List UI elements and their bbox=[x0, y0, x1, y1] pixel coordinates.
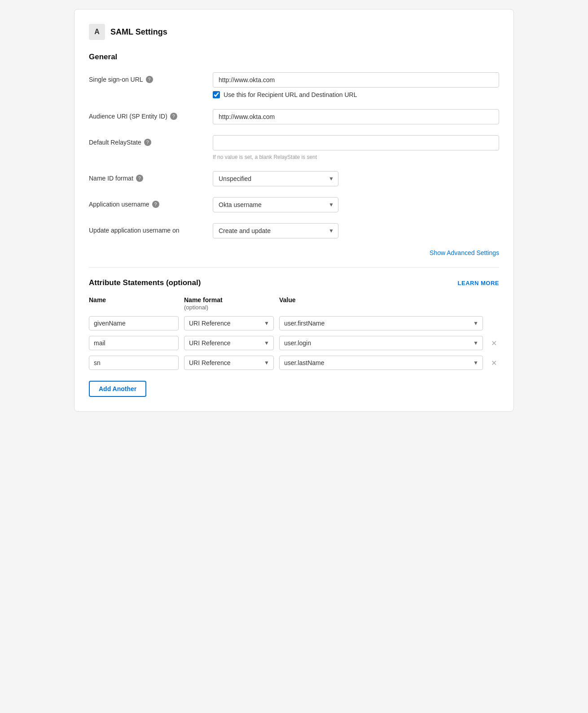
audience-uri-input[interactable] bbox=[213, 109, 499, 124]
name-id-format-select-wrapper: Unspecified EmailAddress Persistent Tran… bbox=[213, 171, 338, 186]
attr-name-input-3[interactable] bbox=[89, 356, 179, 370]
attr-value-select-3[interactable]: user.lastName user.firstName user.login … bbox=[279, 356, 483, 370]
name-id-format-field: Unspecified EmailAddress Persistent Tran… bbox=[213, 171, 499, 186]
sso-url-input[interactable] bbox=[213, 72, 499, 88]
attr-row-mail: URI Reference Basic Unspecified ▼ user.l… bbox=[89, 336, 499, 350]
attr-section-title: Attribute Statements (optional) bbox=[89, 278, 201, 287]
attr-value-column-header: Value bbox=[279, 296, 499, 311]
sso-url-help-icon[interactable]: ? bbox=[146, 76, 153, 83]
attr-format-select-wrapper-3: URI Reference Basic Unspecified ▼ bbox=[184, 356, 274, 370]
audience-uri-field bbox=[213, 109, 499, 124]
attr-delete-button-3[interactable]: ✕ bbox=[488, 357, 499, 368]
name-id-format-label: Name ID format ? bbox=[89, 171, 206, 182]
attr-format-select-wrapper-2: URI Reference Basic Unspecified ▼ bbox=[184, 336, 274, 350]
sso-url-field: Use this for Recipient URL and Destinati… bbox=[213, 72, 499, 98]
attr-format-select-3[interactable]: URI Reference Basic Unspecified bbox=[184, 356, 274, 370]
relay-state-help-icon[interactable]: ? bbox=[144, 139, 151, 146]
app-username-select[interactable]: Okta username Email Custom bbox=[213, 197, 338, 212]
attribute-statements-section: Attribute Statements (optional) LEARN MO… bbox=[89, 278, 499, 397]
name-id-format-row: Name ID format ? Unspecified EmailAddres… bbox=[89, 171, 499, 186]
attr-value-wrapper-3: user.lastName user.firstName user.login … bbox=[279, 356, 483, 370]
app-username-field: Okta username Email Custom ▼ bbox=[213, 197, 499, 212]
update-username-label: Update application username on bbox=[89, 223, 206, 234]
advanced-settings-link[interactable]: Show Advanced Settings bbox=[89, 249, 499, 256]
attr-row-given-name: URI Reference Basic Unspecified ▼ user.f… bbox=[89, 316, 499, 330]
attr-format-select-1[interactable]: URI Reference Basic Unspecified bbox=[184, 316, 274, 330]
attr-delete-button-2[interactable]: ✕ bbox=[488, 338, 499, 348]
audience-uri-help-icon[interactable]: ? bbox=[170, 113, 177, 120]
update-username-select[interactable]: Create and update Create only bbox=[213, 223, 338, 238]
card-title: SAML Settings bbox=[110, 27, 167, 37]
attr-format-select-2[interactable]: URI Reference Basic Unspecified bbox=[184, 336, 274, 350]
name-id-format-select[interactable]: Unspecified EmailAddress Persistent Tran… bbox=[213, 171, 338, 186]
saml-settings-card: A SAML Settings General Single sign-on U… bbox=[74, 9, 514, 412]
sso-url-row: Single sign-on URL ? Use this for Recipi… bbox=[89, 72, 499, 98]
general-section-title: General bbox=[89, 53, 499, 62]
relay-state-label: Default RelayState ? bbox=[89, 135, 206, 146]
sso-url-label: Single sign-on URL ? bbox=[89, 72, 206, 83]
recipient-url-checkbox[interactable] bbox=[213, 91, 220, 98]
attr-value-select-1[interactable]: user.firstName user.lastName user.login … bbox=[279, 316, 483, 330]
app-username-help-icon[interactable]: ? bbox=[152, 201, 159, 208]
attr-header: Attribute Statements (optional) LEARN MO… bbox=[89, 278, 499, 287]
relay-state-field: If no value is set, a blank RelayState i… bbox=[213, 135, 499, 160]
attr-value-wrapper-2: user.login user.firstName user.lastName … bbox=[279, 336, 483, 350]
audience-uri-row: Audience URI (SP Entity ID) ? bbox=[89, 109, 499, 124]
app-username-row: Application username ? Okta username Ema… bbox=[89, 197, 499, 212]
name-id-format-help-icon[interactable]: ? bbox=[136, 175, 143, 182]
attr-value-select-2[interactable]: user.login user.firstName user.lastName … bbox=[279, 336, 483, 350]
update-username-row: Update application username on Create an… bbox=[89, 223, 499, 238]
header-badge: A bbox=[89, 24, 105, 40]
recipient-url-checkbox-row: Use this for Recipient URL and Destinati… bbox=[213, 91, 499, 98]
attr-row-sn: URI Reference Basic Unspecified ▼ user.l… bbox=[89, 356, 499, 370]
card-header: A SAML Settings bbox=[89, 24, 499, 40]
attr-column-headers: Name Name format (optional) Value bbox=[89, 296, 499, 312]
attr-format-column-header: Name format (optional) bbox=[184, 296, 274, 311]
relay-state-input[interactable] bbox=[213, 135, 499, 150]
relay-state-hint: If no value is set, a blank RelayState i… bbox=[213, 154, 499, 160]
add-another-button[interactable]: Add Another bbox=[89, 381, 146, 397]
attr-name-input-1[interactable] bbox=[89, 316, 179, 330]
update-username-select-wrapper: Create and update Create only ▼ bbox=[213, 223, 338, 238]
update-username-field: Create and update Create only ▼ bbox=[213, 223, 499, 238]
attr-value-wrapper-1: user.firstName user.lastName user.login … bbox=[279, 316, 483, 330]
learn-more-link[interactable]: LEARN MORE bbox=[458, 280, 499, 286]
relay-state-row: Default RelayState ? If no value is set,… bbox=[89, 135, 499, 160]
section-divider bbox=[89, 267, 499, 268]
recipient-url-checkbox-label: Use this for Recipient URL and Destinati… bbox=[224, 91, 357, 98]
app-username-select-wrapper: Okta username Email Custom ▼ bbox=[213, 197, 338, 212]
app-username-label: Application username ? bbox=[89, 197, 206, 208]
attr-format-select-wrapper-1: URI Reference Basic Unspecified ▼ bbox=[184, 316, 274, 330]
general-section: General Single sign-on URL ? Use this fo… bbox=[89, 53, 499, 256]
attr-name-input-2[interactable] bbox=[89, 336, 179, 350]
attr-name-column-header: Name bbox=[89, 296, 179, 311]
attr-format-optional-label: (optional) bbox=[184, 304, 208, 311]
audience-uri-label: Audience URI (SP Entity ID) ? bbox=[89, 109, 206, 120]
